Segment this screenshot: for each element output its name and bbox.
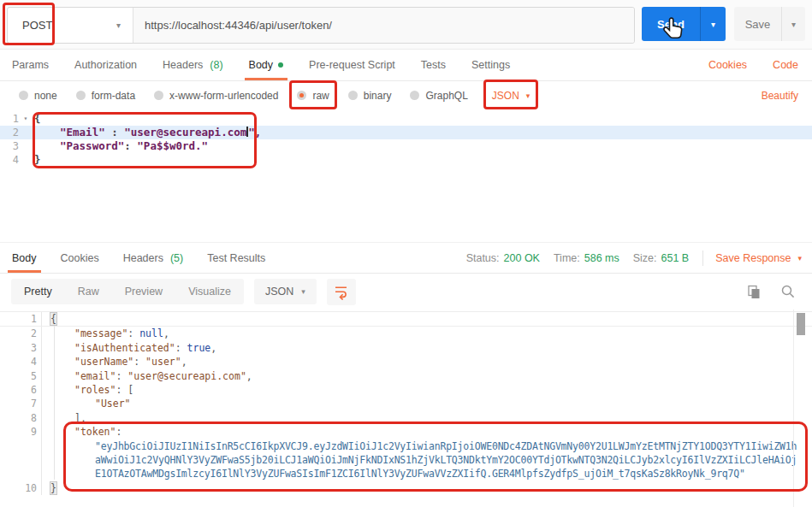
scrollbar-track[interactable] (793, 310, 794, 507)
method-caret-icon[interactable]: ▾ (104, 8, 133, 43)
status-label: Status: (466, 252, 500, 264)
response-code-line[interactable]: 7 "User" (0, 397, 812, 410)
radio-raw[interactable]: raw (297, 90, 329, 102)
time-value: 586 ms (584, 252, 619, 264)
radio-form-data[interactable]: form-data (76, 90, 135, 102)
tab-tests[interactable]: Tests (421, 49, 446, 80)
tab-headers[interactable]: Headers (8) (163, 49, 223, 80)
radio-circle-icon (410, 91, 419, 100)
save-response-button[interactable]: Save Response ▾ (715, 252, 802, 264)
size-label: Size: (633, 252, 657, 264)
tab-pre-request-script[interactable]: Pre-request Script (309, 49, 395, 80)
fold-caret-icon[interactable]: ▾ (19, 112, 33, 126)
body-type-row: none form-data x-www-form-urlencoded raw… (0, 81, 812, 109)
tab-authorization[interactable]: Authorization (74, 49, 137, 80)
response-tab-cookies[interactable]: Cookies (61, 243, 99, 273)
response-token-line[interactable]: "eyJhbGciOiJIUzI1NiIsInR5cCI6IkpXVCJ9.ey… (0, 439, 812, 453)
tab-settings[interactable]: Settings (471, 49, 510, 80)
radio-circle-icon (154, 91, 163, 100)
response-format-select[interactable]: JSON ▾ (254, 279, 317, 304)
radio-selected-icon (297, 91, 306, 100)
radio-circle-icon (348, 91, 358, 100)
request-code-line[interactable]: 1 ▾ { (0, 112, 812, 126)
view-visualize[interactable]: Visualize (175, 279, 244, 304)
save-response-caret-icon: ▾ (797, 254, 802, 262)
radio-graphql[interactable]: GraphQL (410, 90, 467, 102)
response-code-line[interactable]: 2 "message": null, (0, 327, 812, 340)
request-code-line[interactable]: 4 } (0, 153, 812, 167)
response-body-editor[interactable]: 1 { 2 "message": null, 3 "isAuthenticate… (0, 310, 812, 507)
wrap-lines-icon (333, 283, 350, 300)
request-tabs: Params Authorization Headers (8) Body Pr… (0, 49, 812, 81)
response-view-switcher: Pretty Raw Preview Visualize (11, 279, 244, 304)
wrap-lines-button[interactable] (327, 279, 356, 305)
response-tab-test-results[interactable]: Test Results (207, 243, 265, 273)
method-select[interactable]: POST (8, 8, 104, 43)
divider (702, 251, 703, 266)
search-icon[interactable] (779, 283, 797, 300)
radio-none[interactable]: none (19, 90, 57, 102)
radio-circle-icon (76, 91, 86, 100)
response-code-line[interactable]: 1 { (0, 311, 812, 327)
postman-app: POST ▾ https://localhost:44346/api/user/… (0, 0, 812, 507)
view-preview[interactable]: Preview (112, 279, 175, 304)
tab-params[interactable]: Params (12, 49, 49, 80)
save-button[interactable]: Save (734, 7, 781, 41)
view-pretty[interactable]: Pretty (11, 279, 65, 304)
copy-icon[interactable] (745, 283, 762, 300)
request-bar: POST ▾ https://localhost:44346/api/user/… (0, 0, 812, 50)
mouse-cursor-hand-icon (661, 16, 686, 44)
indent-guide (54, 326, 55, 480)
radio-circle-icon (19, 91, 28, 100)
scrollbar-thumb[interactable] (797, 313, 805, 335)
method-label: POST (22, 19, 52, 32)
response-tabs: Body Cookies Headers (5) Test Results St… (0, 242, 812, 274)
response-code-line[interactable]: 10 } (0, 481, 812, 495)
time-label: Time: (554, 252, 580, 264)
body-format-select[interactable]: JSON ▾ (492, 90, 530, 102)
response-toolbar: Pretty Raw Preview Visualize JSON ▾ (0, 274, 812, 310)
save-button-group: Save ▾ (734, 7, 805, 41)
response-code-line[interactable]: 6 "roles": [ (0, 383, 812, 397)
url-composite: POST ▾ https://localhost:44346/api/user/… (7, 7, 635, 44)
request-body-editor[interactable]: 1 ▾ { 2 "Email" : "user@secureapi.com", … (0, 109, 812, 244)
response-code-line[interactable]: 9 "token": (0, 425, 812, 439)
response-code-line[interactable]: 4 "userName": "user", (0, 355, 812, 368)
response-code-line[interactable]: 5 "email": "user@secureapi.com", (0, 369, 812, 383)
beautify-link[interactable]: Beautify (762, 90, 798, 102)
send-dropdown-caret-icon[interactable]: ▾ (700, 7, 726, 41)
response-token-line[interactable]: aWwiOiJ1c2VyQHNlY3VyZWFwaS5jb20iLCJ1aWQi… (0, 453, 812, 467)
tab-body[interactable]: Body (249, 49, 284, 80)
view-raw[interactable]: Raw (65, 279, 112, 304)
request-code-line-active[interactable]: 2 "Email" : "user@secureapi.com", (0, 126, 812, 139)
headers-count-badge: (8) (210, 59, 222, 71)
format-caret-icon: ▾ (526, 91, 530, 100)
response-token-line[interactable]: E1OTAzOTAwMDgsImlzcyI6IlNlY3VyZUFwaSIsIm… (0, 467, 812, 480)
size-value: 651 B (661, 252, 690, 264)
code-link[interactable]: Code (773, 59, 798, 71)
response-code-line[interactable]: 8 ], (0, 411, 812, 425)
url-input[interactable]: https://localhost:44346/api/user/token/ (133, 8, 634, 43)
response-tab-body[interactable]: Body (12, 243, 37, 273)
radio-binary[interactable]: binary (348, 90, 392, 102)
response-format-caret-icon: ▾ (301, 287, 305, 296)
radio-x-www-form-urlencoded[interactable]: x-www-form-urlencoded (154, 90, 278, 102)
response-tab-headers[interactable]: Headers (5) (123, 243, 184, 273)
body-modified-dot-icon (278, 62, 283, 68)
cookies-link[interactable]: Cookies (708, 59, 747, 71)
response-headers-count-badge: (5) (170, 252, 183, 264)
save-dropdown-caret-icon[interactable]: ▾ (781, 7, 805, 41)
response-meta: Status: 200 OK Time: 586 ms Size: 651 B … (466, 251, 802, 266)
status-value: 200 OK (504, 252, 540, 264)
request-code-line[interactable]: 3 "Password": "Pa$$w0rd." (0, 139, 812, 153)
response-code-line[interactable]: 3 "isAuthenticated": true, (0, 341, 812, 355)
